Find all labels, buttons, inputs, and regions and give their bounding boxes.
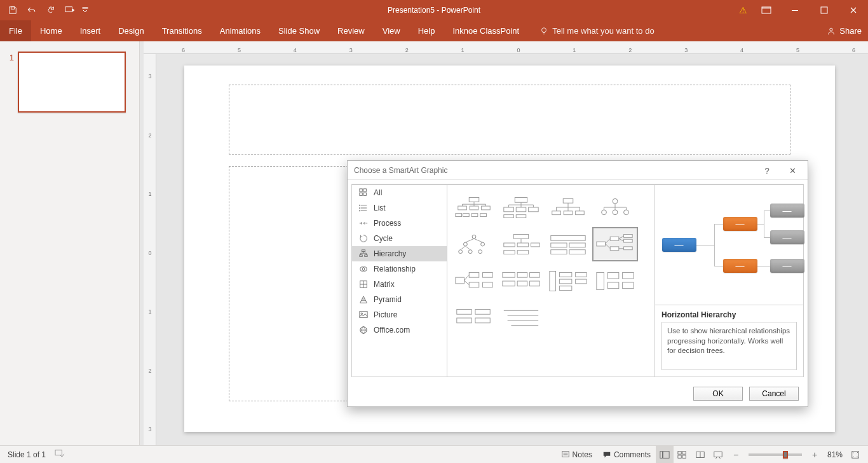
tab-file[interactable]: File xyxy=(0,20,31,41)
svg-rect-96 xyxy=(610,247,619,251)
close-button[interactable] xyxy=(839,0,868,20)
ok-button[interactable]: OK xyxy=(693,387,743,401)
minimize-button[interactable] xyxy=(780,0,810,20)
share-button[interactable]: Share xyxy=(827,20,862,41)
category-picture[interactable]: Picture xyxy=(352,307,447,322)
layout-option-12[interactable] xyxy=(592,264,638,298)
preview-node-leaf: — xyxy=(770,259,804,273)
svg-rect-6 xyxy=(821,7,827,13)
tab-help[interactable]: Help xyxy=(409,20,444,41)
layout-option-3[interactable] xyxy=(592,190,638,225)
layout-option-10[interactable] xyxy=(545,264,591,298)
svg-rect-120 xyxy=(559,279,571,284)
tab-animations[interactable]: Animations xyxy=(211,20,269,41)
layout-option-0[interactable] xyxy=(451,190,497,225)
svg-rect-41 xyxy=(480,214,487,217)
svg-rect-37 xyxy=(482,206,491,210)
slide-thumbnail-1[interactable] xyxy=(18,52,126,113)
save-button[interactable] xyxy=(4,3,22,18)
category-label: Matrix xyxy=(374,280,395,289)
spellcheck-icon[interactable] xyxy=(55,449,65,460)
preview-desc-text: Use to show hierarchical relationships p… xyxy=(661,322,797,370)
category-list: AllListProcessCycleHierarchyRelationship… xyxy=(351,184,447,377)
layout-option-13[interactable] xyxy=(451,301,497,335)
category-relationship[interactable]: Relationship xyxy=(352,261,447,277)
svg-rect-138 xyxy=(562,451,569,457)
slideshow-view-button[interactable] xyxy=(709,446,727,464)
zoom-slider[interactable] xyxy=(749,453,802,456)
undo-button[interactable] xyxy=(23,3,41,18)
fit-to-window-button[interactable] xyxy=(846,446,864,464)
list-icon xyxy=(358,203,369,213)
svg-rect-93 xyxy=(569,250,585,254)
ruler-num: 5 xyxy=(796,47,799,53)
layout-option-5[interactable] xyxy=(498,227,544,261)
ruler-num: 2 xyxy=(628,47,632,53)
dialog-help-button[interactable]: ? xyxy=(754,161,780,180)
globe-icon xyxy=(358,325,369,335)
svg-rect-126 xyxy=(607,282,618,289)
layout-option-14[interactable] xyxy=(498,301,544,335)
svg-rect-108 xyxy=(483,272,493,277)
category-list[interactable]: List xyxy=(352,200,447,216)
zoom-in-button[interactable]: + xyxy=(806,446,824,464)
tab-classpoint[interactable]: Inknoe ClassPoint xyxy=(444,20,528,41)
category-cycle[interactable]: Cycle xyxy=(352,231,447,246)
category-all[interactable]: All xyxy=(352,185,447,200)
thumbnail-number: 1 xyxy=(5,52,14,62)
svg-rect-1 xyxy=(65,7,72,12)
tab-view[interactable]: View xyxy=(374,20,409,41)
comments-button[interactable]: Comments xyxy=(597,446,656,464)
preview-node-child: — xyxy=(723,217,757,231)
reading-view-button[interactable] xyxy=(691,446,709,464)
normal-view-button[interactable] xyxy=(656,446,674,464)
redo-button[interactable] xyxy=(42,3,60,18)
tell-me-search[interactable]: Tell me what you want to do xyxy=(539,20,654,41)
layout-option-6[interactable] xyxy=(545,227,591,261)
category-process[interactable]: Process xyxy=(352,216,447,231)
start-from-beginning-button[interactable] xyxy=(61,3,79,18)
slide-sorter-view-button[interactable] xyxy=(674,446,691,464)
svg-rect-5 xyxy=(792,10,798,11)
layout-option-9[interactable] xyxy=(498,264,544,298)
tab-home[interactable]: Home xyxy=(31,20,71,41)
cancel-button[interactable]: Cancel xyxy=(749,387,799,401)
notes-button[interactable]: Notes xyxy=(556,446,597,464)
ruler-num: 3 xyxy=(684,47,688,53)
ribbon-display-options-button[interactable] xyxy=(752,6,780,14)
svg-rect-11 xyxy=(360,193,362,195)
category-matrix[interactable]: Matrix xyxy=(352,277,447,292)
category-officecom[interactable]: Office.com xyxy=(352,322,447,338)
category-pyramid[interactable]: Pyramid xyxy=(352,292,447,307)
tab-review[interactable]: Review xyxy=(329,20,374,41)
layout-option-7[interactable] xyxy=(592,227,638,261)
layout-option-4[interactable] xyxy=(451,227,497,261)
tab-design[interactable]: Design xyxy=(109,20,153,41)
slide-counter[interactable]: Slide 1 of 1 xyxy=(8,450,46,459)
layout-option-2[interactable] xyxy=(545,190,591,225)
tab-insert[interactable]: Insert xyxy=(71,20,110,41)
slide-thumbnails-panel: 1 xyxy=(0,41,140,445)
tab-slide-show[interactable]: Slide Show xyxy=(269,20,329,41)
layout-option-8[interactable] xyxy=(451,264,497,298)
svg-rect-4 xyxy=(762,7,771,9)
category-label: Picture xyxy=(374,310,397,319)
svg-rect-82 xyxy=(513,234,528,238)
svg-rect-113 xyxy=(517,272,527,277)
tab-transitions[interactable]: Transitions xyxy=(153,20,211,41)
grid-icon xyxy=(358,188,369,198)
zoom-level[interactable]: 81% xyxy=(824,446,846,464)
svg-point-17 xyxy=(359,207,360,209)
cycle-icon xyxy=(358,233,369,244)
svg-rect-107 xyxy=(469,282,479,287)
warning-icon[interactable]: ⚠ xyxy=(739,5,747,15)
qat-customize-button[interactable] xyxy=(80,3,90,18)
zoom-out-button[interactable]: − xyxy=(727,446,745,464)
dialog-titlebar[interactable]: Choose a SmartArt Graphic ? ✕ xyxy=(348,161,808,180)
maximize-button[interactable] xyxy=(810,0,839,20)
svg-rect-19 xyxy=(362,250,365,252)
category-hierarchy[interactable]: Hierarchy xyxy=(352,246,447,261)
dialog-close-button[interactable]: ✕ xyxy=(780,161,805,180)
svg-rect-48 xyxy=(516,207,526,212)
layout-option-1[interactable] xyxy=(498,190,544,225)
